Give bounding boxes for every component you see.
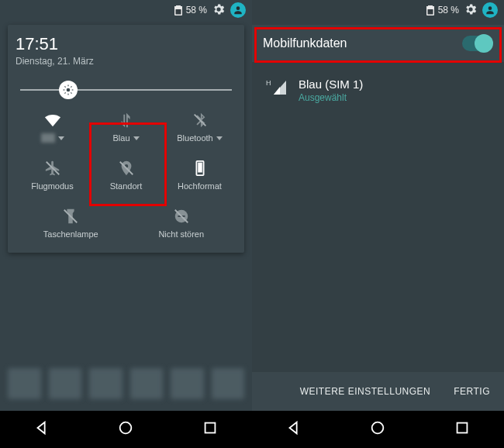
- portrait-icon: [192, 160, 209, 177]
- nav-back[interactable]: [33, 419, 50, 439]
- statusbar: 58 %: [0, 0, 252, 20]
- bluetooth-off-icon: [192, 112, 209, 129]
- tile-mobile-data[interactable]: Blau: [89, 112, 163, 143]
- battery-indicator: 58 %: [426, 5, 459, 16]
- tile-portrait-label: Hochformat: [178, 181, 222, 191]
- phone-quicksettings: 58 % 17:51 Dienstag, 21. März Blau: [0, 0, 252, 448]
- brightness-slider[interactable]: [20, 82, 232, 98]
- mobile-data-icon: [118, 112, 135, 129]
- mobile-data-toggle[interactable]: [462, 36, 493, 51]
- tile-flashlight-label: Taschenlampe: [43, 229, 98, 239]
- app-dock: [0, 357, 252, 411]
- svg-line-7: [71, 92, 71, 93]
- nav-recent[interactable]: [454, 419, 471, 439]
- nav-bar: [252, 411, 504, 448]
- battery-percent: 58 %: [186, 5, 207, 16]
- dnd-icon: [173, 208, 190, 225]
- tile-airplane-label: Flugmodus: [31, 181, 73, 191]
- battery-indicator: 58 %: [174, 5, 207, 16]
- tile-bluetooth-label: Bluetooth: [177, 133, 222, 143]
- profile-avatar[interactable]: [230, 2, 246, 18]
- settings-icon[interactable]: [212, 2, 226, 19]
- svg-rect-20: [205, 423, 215, 433]
- nav-recent[interactable]: [202, 419, 219, 439]
- svg-point-19: [120, 422, 132, 434]
- svg-line-6: [64, 86, 65, 87]
- svg-rect-14: [198, 163, 202, 173]
- svg-rect-0: [175, 9, 181, 15]
- battery-percent: 58 %: [438, 5, 459, 16]
- tile-bluetooth[interactable]: Bluetooth: [163, 112, 236, 143]
- settings-icon[interactable]: [464, 2, 478, 19]
- tile-mobile-label: Blau: [112, 133, 139, 143]
- flashlight-icon: [62, 208, 79, 225]
- wifi-icon: [44, 112, 61, 129]
- tile-flashlight[interactable]: Taschenlampe: [53, 208, 90, 239]
- brightness-icon[interactable]: [59, 81, 78, 99]
- done-button[interactable]: FERTIG: [454, 386, 490, 397]
- tile-dnd[interactable]: Nicht stören: [126, 208, 237, 239]
- date: Dienstag, 21. März: [16, 56, 236, 67]
- signal-icon: H: [266, 78, 288, 99]
- more-settings-button[interactable]: WEITERE EINSTELLUNGEN: [300, 386, 431, 397]
- location-off-icon: [118, 160, 135, 177]
- sim-row[interactable]: H Blau (SIM 1) Ausgewählt: [252, 70, 504, 111]
- sim-status: Ausgewählt: [299, 92, 363, 103]
- svg-line-9: [71, 86, 71, 87]
- phone-mobiledata: 58 % Mobilfunkdaten H Blau (SIM 1) Ausge…: [252, 0, 504, 448]
- mobile-data-row: Mobilfunkdaten: [252, 25, 504, 62]
- nav-home[interactable]: [369, 419, 386, 439]
- clock: 17:51: [16, 34, 236, 54]
- tiles-grid: Blau Bluetooth Flugmodus Standort Hochfo…: [16, 112, 236, 239]
- svg-line-8: [64, 92, 65, 93]
- tile-location[interactable]: Standort: [89, 160, 163, 191]
- svg-rect-24: [457, 423, 467, 433]
- nav-bar: [0, 411, 252, 448]
- quick-settings-panel: 17:51 Dienstag, 21. März Blau Bluetooth: [8, 25, 244, 253]
- tile-portrait[interactable]: Hochformat: [163, 160, 236, 191]
- statusbar: 58 %: [252, 0, 504, 20]
- tile-wifi-label: [41, 133, 64, 143]
- sim-name: Blau (SIM 1): [299, 78, 363, 91]
- profile-avatar[interactable]: [482, 2, 498, 18]
- svg-point-23: [372, 422, 384, 434]
- tile-dnd-label: Nicht stören: [158, 229, 204, 239]
- svg-point-1: [67, 88, 71, 92]
- svg-rect-21: [427, 9, 433, 15]
- airplane-icon: [44, 160, 61, 177]
- tile-airplane[interactable]: Flugmodus: [16, 160, 89, 191]
- tile-location-label: Standort: [110, 181, 143, 191]
- nav-home[interactable]: [117, 419, 134, 439]
- svg-text:H: H: [266, 79, 271, 87]
- nav-back[interactable]: [285, 419, 302, 439]
- tile-wifi[interactable]: [16, 112, 89, 143]
- mobile-data-title: Mobilfunkdaten: [263, 36, 347, 50]
- svg-line-10: [194, 115, 205, 126]
- footer-actions: WEITERE EINSTELLUNGEN FERTIG: [252, 372, 504, 411]
